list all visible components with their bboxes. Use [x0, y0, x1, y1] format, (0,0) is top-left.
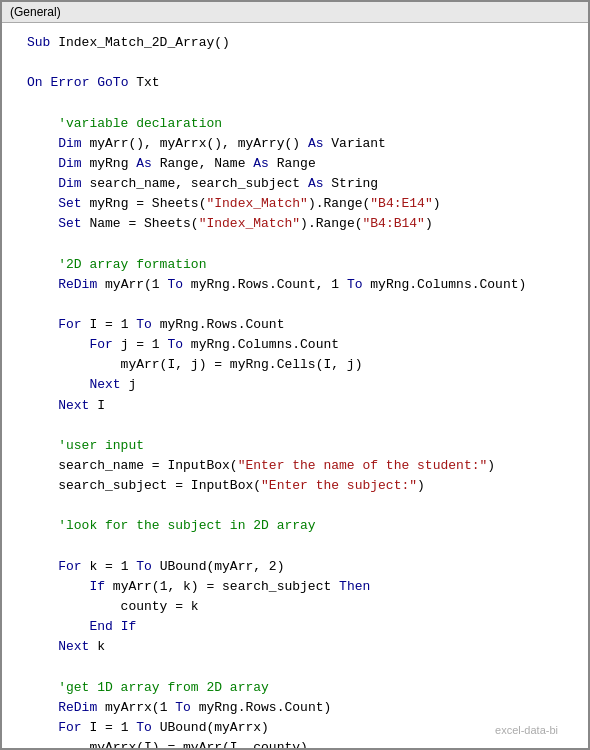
code-container: Sub Index_Match_2D_Array() On Error GoTo… [27, 33, 578, 748]
title-text: (General) [10, 5, 61, 19]
code-line: Dim myArr(), myArrx(), myArry() As Varia… [27, 134, 578, 154]
code-line [27, 657, 578, 677]
code-line [27, 416, 578, 436]
code-line [27, 234, 578, 254]
code-line: Set Name = Sheets("Index_Match").Range("… [27, 214, 578, 234]
code-line: Next k [27, 637, 578, 657]
code-line: search_subject = InputBox("Enter the sub… [27, 476, 578, 496]
code-line: 'variable declaration [27, 114, 578, 134]
code-line: On Error GoTo Txt [27, 73, 578, 93]
code-line [27, 295, 578, 315]
code-line: 'user input [27, 436, 578, 456]
code-line: For I = 1 To myRng.Rows.Count [27, 315, 578, 335]
code-line: Next I [27, 396, 578, 416]
code-line [27, 537, 578, 557]
code-line: Set myRng = Sheets("Index_Match").Range(… [27, 194, 578, 214]
code-line: 'look for the subject in 2D array [27, 516, 578, 536]
code-line: For j = 1 To myRng.Columns.Count [27, 335, 578, 355]
code-line: myArr(I, j) = myRng.Cells(I, j) [27, 355, 578, 375]
watermark-text: excel-data-bi [495, 724, 558, 736]
code-line: 'get 1D array from 2D array [27, 678, 578, 698]
watermark: excel-data-bi [495, 724, 558, 736]
window-frame: (General) Sub Index_Match_2D_Array() On … [0, 0, 590, 750]
code-line: ReDim myArr(1 To myRng.Rows.Count, 1 To … [27, 275, 578, 295]
code-line [27, 53, 578, 73]
code-line: For k = 1 To UBound(myArr, 2) [27, 557, 578, 577]
code-line: county = k [27, 597, 578, 617]
code-line: Sub Index_Match_2D_Array() [27, 33, 578, 53]
code-line: myArrx(I) = myArr(I, county) [27, 738, 578, 748]
code-line [27, 496, 578, 516]
code-line: '2D array formation [27, 255, 578, 275]
code-area[interactable]: Sub Index_Match_2D_Array() On Error GoTo… [2, 23, 588, 748]
code-line: End If [27, 617, 578, 637]
code-line: ReDim myArrx(1 To myRng.Rows.Count) [27, 698, 578, 718]
code-line [27, 93, 578, 113]
code-line: Dim search_name, search_subject As Strin… [27, 174, 578, 194]
code-line: Next j [27, 375, 578, 395]
code-line: If myArr(1, k) = search_subject Then [27, 577, 578, 597]
code-line: search_name = InputBox("Enter the name o… [27, 456, 578, 476]
code-line: Dim myRng As Range, Name As Range [27, 154, 578, 174]
title-bar: (General) [2, 2, 588, 23]
